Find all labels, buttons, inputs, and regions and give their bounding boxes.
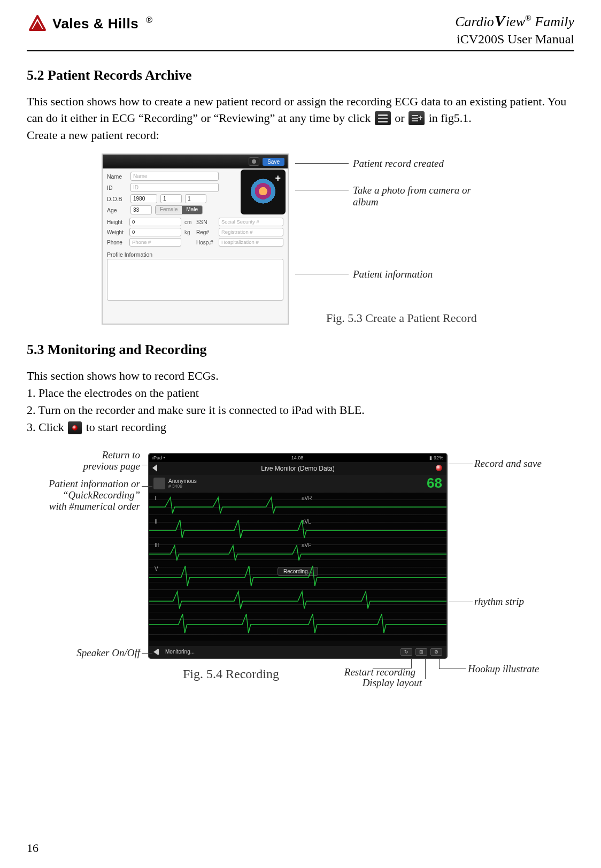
back-button[interactable] <box>152 464 161 472</box>
patient-add-icon <box>409 111 425 125</box>
heading-5-3: 5.3 Monitoring and Recording <box>27 342 574 358</box>
ipad-screen: iPad • 14:08 ▮ 92% Live Monitor (Demo Da… <box>148 453 448 659</box>
heading-5-2: 5.2 Patient Records Archive <box>27 67 574 83</box>
dob-day[interactable]: 1 <box>185 194 206 203</box>
screen-title-bar: Live Monitor (Demo Data) <box>149 462 446 475</box>
annot-photo: Take a photo from camera or album <box>353 185 497 208</box>
section53-l1: 1. Place the electrodes on the patient <box>27 385 574 402</box>
annot-restart: Restart recording <box>319 667 415 678</box>
info-bar: Anonymous # 3409 68 <box>149 475 446 492</box>
fig54-caption: Fig. 5.4 Recording <box>183 667 279 681</box>
screen-title: Live Monitor (Demo Data) <box>261 465 334 472</box>
bottom-toolbar: Monitoring... ↻ ⊞ ⚙ <box>149 646 446 658</box>
manual-subtitle: iCV200S User Manual <box>455 31 574 47</box>
annot-return: Return to previous page <box>76 450 140 472</box>
annot-hookup: Hookup illustrate <box>468 664 540 675</box>
section52-para1: This section shows how to create a new p… <box>27 93 574 127</box>
save-button[interactable]: Save <box>263 158 284 166</box>
status-bar: iPad • 14:08 ▮ 92% <box>149 454 446 462</box>
panel-toolbar: Save <box>103 155 288 168</box>
header-right: CardioView® Family iCV200S User Manual <box>455 11 574 47</box>
weight-field[interactable]: 0 <box>129 228 181 236</box>
figure-5-4: iPad • 14:08 ▮ 92% Live Monitor (Demo Da… <box>30 443 571 695</box>
product-title: CardioView® Family <box>455 11 574 31</box>
hookup-button[interactable]: ⚙ <box>430 648 442 656</box>
annot-speaker: Speaker On/Off <box>63 648 140 659</box>
speaker-toggle[interactable] <box>153 648 162 656</box>
age-field[interactable]: 33 <box>130 205 152 214</box>
section53-l2: 2. Turn on the recorder and make sure it… <box>27 402 574 419</box>
page-number: 16 <box>27 841 38 855</box>
brand-registered: ® <box>146 16 152 25</box>
dob-month[interactable]: 1 <box>160 194 182 203</box>
section52-para2: Create a new patient record: <box>27 127 574 144</box>
id-field[interactable]: ID <box>130 183 219 192</box>
record-icon <box>68 421 82 434</box>
monitoring-label: Monitoring... <box>165 649 195 655</box>
layout-button[interactable]: ⊞ <box>415 648 427 656</box>
restart-button[interactable]: ↻ <box>400 648 412 656</box>
patient-info[interactable]: Anonymous # 3409 <box>153 478 197 489</box>
record-save-button[interactable] <box>436 465 442 471</box>
heart-rate: 68 <box>427 475 442 491</box>
ssn-field[interactable]: Social Security # <box>219 218 283 226</box>
annot-created: Patient record created <box>353 158 444 170</box>
gender-toggle[interactable]: Female Male <box>155 205 203 214</box>
patient-photo-button[interactable] <box>241 170 286 214</box>
camera-icon[interactable] <box>249 157 259 166</box>
hosp-field[interactable]: Hospitalization # <box>219 238 283 247</box>
annot-info: Patient information <box>353 268 433 280</box>
fig53-caption: Fig. 5.3 Create a Patient Record <box>326 311 477 325</box>
profile-info-field[interactable] <box>107 259 283 301</box>
brand-logo: Vales & Hills ® <box>27 14 152 33</box>
reg-field[interactable]: Registration # <box>219 228 283 236</box>
brand-name: Vales & Hills <box>52 16 138 32</box>
section53-l3: 3. Click to start recording <box>27 419 574 436</box>
dob-year[interactable]: 1980 <box>130 194 157 203</box>
height-field[interactable]: 0 <box>129 218 181 226</box>
figure-5-3: Save Name Name ID ID D.O.B 1980 1 1 <box>102 153 497 330</box>
section53-p1: This section shows how to record ECGs. <box>27 367 574 385</box>
annot-layout: Display layout <box>352 678 422 689</box>
logo-icon <box>27 14 48 33</box>
annot-record: Record and save <box>474 458 542 470</box>
annot-rhythm: rhythm strip <box>474 596 524 608</box>
avatar-icon <box>153 478 165 489</box>
page-header: Vales & Hills ® CardioView® Family iCV20… <box>27 11 574 50</box>
phone-field[interactable]: Phone # <box>129 238 181 247</box>
header-rule <box>27 50 574 51</box>
name-field[interactable]: Name <box>130 172 219 181</box>
ecg-grid: I aVR II aVL III aVF V Recording... <box>149 492 446 641</box>
patient-list-icon <box>375 111 391 125</box>
annot-patient: Patient information or “QuickRecording” … <box>47 479 140 512</box>
